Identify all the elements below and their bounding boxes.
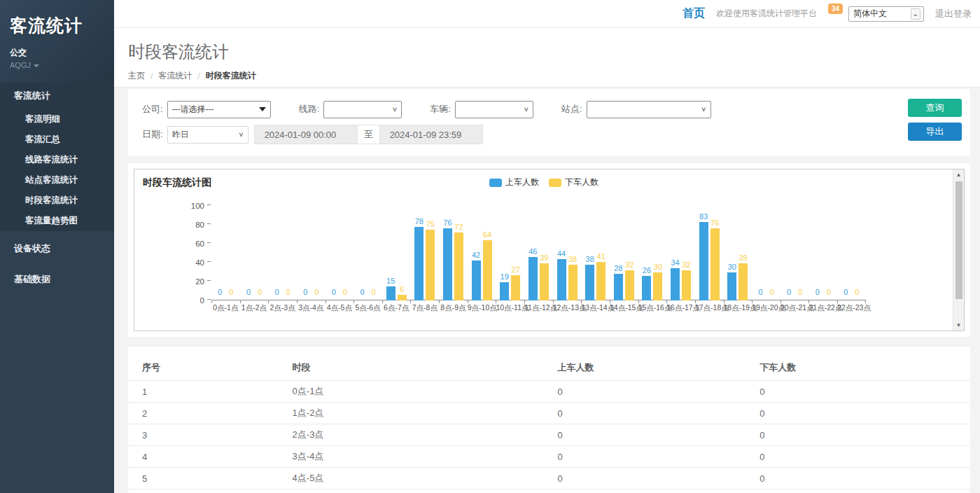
table-cell: 0 [760, 468, 970, 489]
logout-link[interactable]: 退出登录 [935, 8, 972, 20]
table-row: 32点-3点00 [128, 424, 970, 446]
table-cell: 1 [128, 381, 293, 403]
bar-value-label: 39 [739, 254, 748, 262]
chart-bar[interactable] [585, 265, 594, 300]
chart-bar[interactable] [710, 228, 720, 300]
line-select[interactable]: ˅ [323, 101, 402, 118]
end-date-input[interactable]: 2024-01-09 23:59 [379, 125, 483, 144]
sidebar-item[interactable]: 客流统计 [0, 83, 114, 109]
legend-item[interactable]: 上车人数 [489, 176, 539, 188]
home-link[interactable]: 首页 [682, 6, 705, 21]
scrollbar-thumb[interactable] [955, 181, 962, 299]
sidebar-item[interactable]: 线路客流统计 [0, 150, 114, 170]
sidebar-item[interactable]: 客流汇总 [0, 130, 114, 150]
y-axis-tick-mark [207, 261, 211, 262]
bar-value-label: 0 [286, 288, 290, 296]
notification-badge[interactable]: 34 [828, 4, 843, 14]
start-date-input[interactable]: 2024-01-09 00:00 [254, 125, 358, 144]
chart-bar[interactable] [625, 270, 634, 300]
language-select[interactable]: 简体中文 ⌄ [848, 6, 924, 22]
chart-bar[interactable] [472, 261, 481, 300]
table-cell: 4点-5点 [293, 468, 558, 489]
chart-bar[interactable] [500, 282, 509, 300]
table-cell: 0 [558, 489, 760, 493]
chart-bar-wrap: 0 [756, 288, 765, 300]
x-axis-tick-label: 14点-15点 [610, 300, 638, 313]
bar-value-label: 0 [343, 288, 347, 296]
table-panel: 序号时段上车人数下车人数 10点-1点0021点-2点0032点-3点0043点… [128, 347, 970, 493]
chart-bar[interactable] [511, 275, 520, 300]
table-row: 43点-4点00 [128, 446, 970, 468]
chart-bar[interactable] [454, 232, 463, 300]
query-button[interactable]: 查询 [908, 99, 962, 117]
x-axis-tick-label: 2点-3点 [268, 300, 297, 313]
bar-value-label: 26 [643, 266, 651, 275]
bar-value-label: 15 [386, 277, 395, 285]
chart-bar[interactable] [483, 240, 492, 300]
chart-bar[interactable] [699, 222, 708, 300]
company-select[interactable]: ---请选择--- [167, 101, 271, 118]
table-cell: 5点-6点 [293, 489, 558, 493]
chart-vertical-scrollbar[interactable]: ▲ ▼ [953, 169, 964, 331]
bar-value-label: 0 [275, 288, 279, 296]
chart-bar-wrap: 0 [272, 288, 281, 300]
chart-bar[interactable] [596, 262, 606, 300]
legend-item[interactable]: 下车人数 [549, 176, 598, 188]
x-axis-tick-label: 11点-12点 [524, 300, 553, 313]
chart-bar[interactable] [540, 263, 549, 300]
chart-bar[interactable] [426, 230, 435, 300]
chart-bar[interactable] [568, 265, 578, 300]
content: 公司: ---请选择--- 线路: ˅ 车辆: ˅ 站点: [114, 88, 980, 493]
sidebar-item[interactable]: 设备状态 [0, 235, 114, 262]
bar-value-label: 0 [844, 288, 848, 296]
org-code-dropdown[interactable]: AQGJ [10, 61, 104, 69]
chart-bar-wrap: 34 [671, 258, 680, 300]
chart-bar[interactable] [653, 272, 662, 301]
chart-bar-wrap: 39 [738, 254, 748, 300]
breadcrumb-home[interactable]: 主页 [128, 70, 145, 82]
chart-bar[interactable] [727, 272, 736, 301]
date-preset-select[interactable]: 昨日 ˅ [167, 126, 248, 144]
x-axis-tick-label: 16点-17点 [666, 300, 695, 313]
chart-plot-area: 0204060801000000000000001567875767242641… [211, 206, 866, 300]
vehicle-select[interactable]: ˅ [455, 101, 533, 118]
chart-bar[interactable] [386, 286, 396, 300]
chart-bar-group: 00 [211, 206, 240, 300]
y-axis-tick-mark [207, 280, 211, 281]
export-button[interactable]: 导出 [908, 123, 962, 141]
brand-area: 客流统计 公交 AQGJ [0, 0, 114, 83]
line-label: 线路: [299, 103, 320, 116]
sidebar-item[interactable]: 时段客流统计 [0, 190, 114, 211]
chart-bar[interactable] [398, 295, 407, 300]
bar-value-label: 44 [557, 249, 566, 258]
station-select[interactable]: ˅ [587, 101, 711, 118]
chart-bar[interactable] [443, 228, 452, 300]
sidebar-item[interactable]: 客流明细 [0, 109, 114, 130]
scroll-down-icon[interactable]: ▼ [956, 320, 962, 331]
x-axis-tick-label: 9点-10点 [468, 300, 496, 313]
sidebar-item[interactable]: 客流量趋势图 [0, 211, 114, 231]
sidebar-section: 设备状态 [0, 235, 114, 262]
breadcrumb-section[interactable]: 客流统计 [158, 70, 192, 82]
chart-bar-group: 00 [240, 206, 269, 300]
chart-bar[interactable] [528, 257, 538, 300]
bar-value-label: 0 [769, 288, 774, 296]
table-cell: 4 [128, 446, 293, 468]
chart-bar[interactable] [682, 270, 691, 300]
chart-bar[interactable] [738, 263, 748, 300]
table-cell: 0 [558, 424, 760, 446]
chart-bar[interactable] [557, 259, 566, 300]
bar-value-label: 75 [426, 220, 435, 228]
sidebar-item[interactable]: 站点客流统计 [0, 170, 114, 190]
chart-bar[interactable] [642, 276, 651, 300]
dropdown-arrow-icon [259, 107, 266, 111]
bar-value-label: 0 [332, 288, 336, 296]
chart-bar[interactable] [414, 227, 424, 300]
chart-bar[interactable] [671, 268, 680, 300]
chart-bar-wrap: 28 [614, 264, 623, 300]
sidebar-item[interactable]: 基础数据 [0, 266, 114, 293]
bar-value-label: 34 [671, 258, 679, 267]
scroll-up-icon[interactable]: ▲ [956, 169, 962, 180]
chart-bar-wrap: 0 [244, 288, 253, 300]
chart-bar[interactable] [614, 274, 623, 300]
